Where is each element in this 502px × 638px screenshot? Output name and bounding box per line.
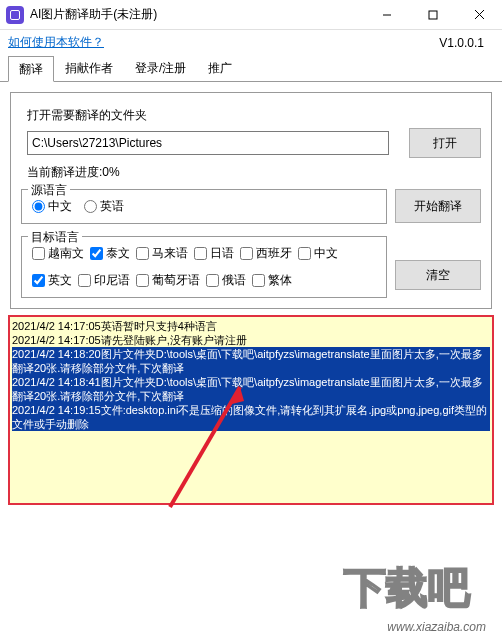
check-en[interactable]: 英文 [32,272,72,289]
log-line: 2021/4/2 14:17:05请先登陆账户,没有账户请注册 [12,333,490,347]
how-to-use-link[interactable]: 如何使用本软件？ [8,34,104,51]
check-th[interactable]: 泰文 [90,245,130,262]
log-line: 2021/4/2 14:18:41图片文件夹D:\tools\桌面\下载吧\ai… [12,375,490,403]
maximize-button[interactable] [410,0,456,30]
target-language-legend: 目标语言 [28,229,82,246]
check-pt[interactable]: 葡萄牙语 [136,272,200,289]
log-box[interactable]: 2021/4/2 14:17:05英语暂时只支持4种语言 2021/4/2 14… [8,315,494,505]
check-tw[interactable]: 繁体 [252,272,292,289]
watermark-logo: 下载吧 [334,560,494,620]
open-button[interactable]: 打开 [409,128,481,158]
source-language-legend: 源语言 [28,182,70,199]
target-language-fieldset: 目标语言 越南文 泰文 马来语 日语 西班牙 中文 英文 印尼语 葡萄牙语 俄语… [21,236,387,298]
titlebar: AI图片翻译助手(未注册) [0,0,502,30]
svg-rect-1 [429,11,437,19]
clear-button[interactable]: 清空 [395,260,481,290]
folder-path-input[interactable] [27,131,389,155]
check-vi[interactable]: 越南文 [32,245,84,262]
radio-en[interactable]: 英语 [84,198,124,215]
progress-label: 当前翻译进度:0% [27,164,481,181]
app-icon [6,6,24,24]
watermark-url: www.xiazaiba.com [387,620,486,634]
window-title: AI图片翻译助手(未注册) [30,6,364,23]
check-id[interactable]: 印尼语 [78,272,130,289]
tab-translate[interactable]: 翻译 [8,56,54,82]
main-panel: 打开需要翻译的文件夹 打开 当前翻译进度:0% 源语言 中文 英语 开始翻译 目… [10,92,492,309]
check-es[interactable]: 西班牙 [240,245,292,262]
check-ja[interactable]: 日语 [194,245,234,262]
radio-zh[interactable]: 中文 [32,198,72,215]
close-button[interactable] [456,0,502,30]
check-ms[interactable]: 马来语 [136,245,188,262]
tab-promote[interactable]: 推广 [197,55,243,81]
start-translate-button[interactable]: 开始翻译 [395,189,481,223]
source-language-fieldset: 源语言 中文 英语 [21,189,387,224]
linkbar: 如何使用本软件？ V1.0.0.1 [0,30,502,55]
tabs: 翻译 捐献作者 登录/注册 推广 [0,55,502,82]
minimize-button[interactable] [364,0,410,30]
log-line: 2021/4/2 14:17:05英语暂时只支持4种语言 [12,319,490,333]
version-label: V1.0.0.1 [439,36,494,50]
log-line: 2021/4/2 14:19:15文件:desktop.ini不是压缩的图像文件… [12,403,490,431]
svg-text:下载吧: 下载吧 [343,565,471,611]
check-zh[interactable]: 中文 [298,245,338,262]
log-line: 2021/4/2 14:18:20图片文件夹D:\tools\桌面\下载吧\ai… [12,347,490,375]
check-ru[interactable]: 俄语 [206,272,246,289]
tab-login[interactable]: 登录/注册 [124,55,197,81]
tab-donate[interactable]: 捐献作者 [54,55,124,81]
open-folder-label: 打开需要翻译的文件夹 [27,107,481,124]
